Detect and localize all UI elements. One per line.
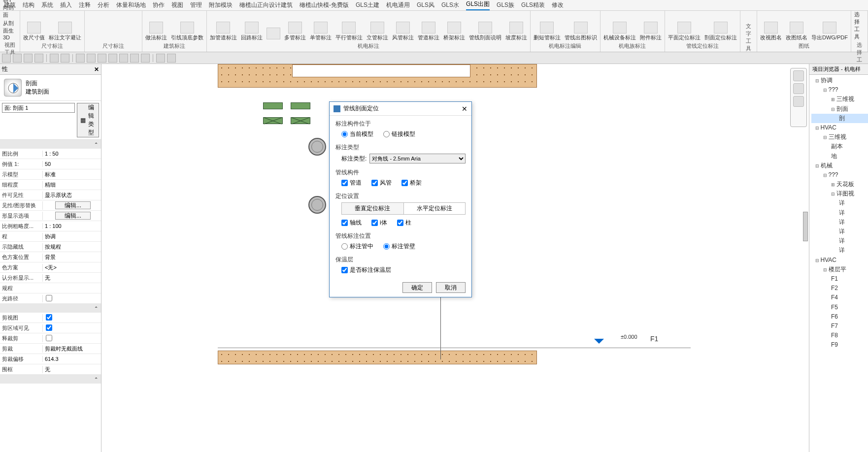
annotation-type-select[interactable]: 对角线 - 2.5mm Aria (369, 154, 466, 163)
menu-item[interactable]: GLS土建 (356, 1, 379, 9)
property-value[interactable]: 协调 (42, 233, 101, 240)
menu-item[interactable]: 橄榄山快模-免费版 (300, 1, 349, 9)
ribbon-button[interactable]: 导出DWG/PDF (811, 22, 848, 40)
close-icon[interactable]: ✕ (94, 66, 99, 73)
tree-node[interactable]: F1 (811, 274, 868, 284)
property-value[interactable] (42, 295, 101, 302)
menu-item[interactable]: GLS水 (441, 1, 459, 9)
tree-node[interactable]: 副本 (811, 142, 868, 151)
property-row[interactable]: 例值 1:50 (0, 159, 101, 169)
ribbon-button[interactable]: 多管标注 (284, 22, 306, 40)
edit-type-button[interactable]: ▦编辑类型 (77, 103, 99, 137)
tab-vertical[interactable]: 垂直定位标注 (342, 203, 404, 214)
qb-icon[interactable] (156, 54, 165, 63)
property-row[interactable]: 细程度精细 (0, 180, 101, 190)
property-value[interactable] (42, 324, 101, 332)
property-value[interactable]: 精细 (42, 181, 101, 189)
tree-node[interactable]: HVAC (811, 123, 868, 132)
property-row[interactable]: 程协调 (0, 231, 101, 242)
menu-item[interactable]: 协作 (153, 1, 165, 9)
instance-selector[interactable] (2, 103, 75, 113)
properties-type-selector[interactable]: 剖面 建筑剖面 (0, 75, 101, 101)
qb-icon[interactable] (130, 54, 139, 63)
ribbon-button[interactable]: 剖面定位标注 (704, 22, 737, 40)
ribbon-button[interactable]: 改图纸名 (786, 22, 807, 40)
ribbon-small-btn[interactable]: 从剖面生3D (3, 20, 17, 40)
menu-item[interactable]: 系统 (41, 1, 53, 9)
ribbon-button[interactable]: 删短管标注 (534, 22, 561, 40)
qb-icon[interactable] (108, 54, 117, 63)
qb-icon[interactable] (13, 54, 22, 63)
menu-item[interactable]: 分析 (98, 1, 109, 9)
property-row[interactable]: 剪视图 (0, 313, 101, 323)
ribbon-icon[interactable] (129, 31, 139, 40)
property-row[interactable]: 图比例1 : 50 (0, 149, 101, 159)
tree-node[interactable]: 三维视 (811, 95, 868, 104)
ribbon-button[interactable]: 管线剖面说明 (469, 22, 501, 40)
nav-icon[interactable] (793, 70, 804, 81)
radio-wall[interactable]: 标注管壁 (383, 242, 415, 251)
tree-node[interactable]: F5 (811, 303, 868, 312)
property-row[interactable]: 剪区域可见 (0, 323, 101, 333)
ribbon-icon[interactable] (115, 31, 125, 40)
property-value[interactable]: 无 (42, 366, 101, 373)
tree-node[interactable]: 详 (811, 236, 868, 246)
property-value[interactable]: 按规程 (42, 243, 101, 251)
property-row[interactable]: 色方案<无> (0, 262, 101, 273)
view-navigator[interactable] (790, 68, 807, 127)
property-value[interactable]: <无> (42, 264, 101, 271)
menu-item[interactable]: 体量和场地 (116, 1, 146, 9)
property-row[interactable]: 见性/图形替换编辑... (0, 200, 101, 211)
nav-icon[interactable] (793, 83, 804, 94)
qb-icon[interactable] (34, 54, 43, 63)
property-row[interactable]: 剪裁剪裁时无截面线 (0, 344, 101, 354)
qb-icon[interactable] (50, 54, 59, 63)
tree-node[interactable]: 楼层平 (811, 265, 868, 274)
qb-icon[interactable] (119, 54, 128, 63)
tree-node[interactable]: 协调 (811, 76, 868, 85)
ribbon-button[interactable]: 风管标注 (392, 22, 414, 40)
property-row[interactable]: 认分析显示...无 (0, 273, 101, 283)
property-value[interactable]: 无 (42, 274, 101, 282)
scrollbar-handle[interactable] (803, 212, 808, 241)
property-value[interactable]: 背景 (42, 254, 101, 261)
property-row[interactable]: 比例粗略度...1 : 100 (0, 221, 101, 231)
tree-node[interactable]: 剖面 (811, 104, 868, 114)
ribbon-button[interactable]: 回路标注 (241, 22, 263, 40)
tree-node[interactable]: 详图视 (811, 189, 868, 198)
property-value[interactable]: 1 : 100 (42, 223, 101, 229)
ribbon-button[interactable]: 标注文字避让 (49, 22, 81, 40)
ribbon-button[interactable]: 加管道标注 (210, 22, 237, 40)
tree-node[interactable]: 详 (811, 208, 868, 218)
tree-node[interactable]: 机械 (811, 161, 868, 170)
property-group-header[interactable]: ⌃ (0, 375, 101, 384)
ribbon-button[interactable]: 单管标注 (310, 22, 332, 40)
menu-item[interactable]: 修改 (552, 1, 564, 9)
location-tabs[interactable]: 垂直定位标注 水平定位标注 (341, 202, 466, 215)
nav-icon[interactable] (793, 96, 804, 107)
tree-node[interactable]: F6 (811, 312, 868, 322)
quick-toolbar[interactable] (0, 52, 868, 64)
property-value[interactable]: 614.3 (42, 356, 101, 362)
ribbon-button[interactable]: 管道标注 (418, 22, 439, 40)
checkbox-axis[interactable]: 轴线 (341, 219, 362, 227)
qb-icon[interactable] (167, 54, 176, 63)
tree-node[interactable]: 剖 (811, 114, 868, 123)
property-row[interactable]: 示模型标准 (0, 169, 101, 180)
checkbox-tray[interactable]: 桥架 (401, 179, 422, 187)
property-value[interactable] (42, 314, 101, 322)
qb-icon[interactable] (61, 54, 69, 63)
ribbon-icon[interactable] (101, 31, 111, 40)
ribbon-button[interactable] (267, 28, 280, 40)
checkbox-column[interactable]: 柱 (397, 219, 411, 227)
tree-node[interactable]: ??? (811, 85, 868, 95)
ok-button[interactable]: 确定 (402, 282, 432, 293)
menu-item[interactable]: 附加模块 (209, 1, 233, 9)
tree-node[interactable]: F8 (811, 331, 868, 340)
ribbon-button[interactable]: 坡度标注 (505, 22, 527, 40)
qb-icon[interactable] (141, 54, 150, 63)
menu-item[interactable]: GLS风 (417, 1, 434, 9)
qb-icon[interactable] (24, 54, 33, 63)
checkbox-pipe[interactable]: 管道 (341, 179, 362, 187)
property-value[interactable] (42, 335, 101, 342)
